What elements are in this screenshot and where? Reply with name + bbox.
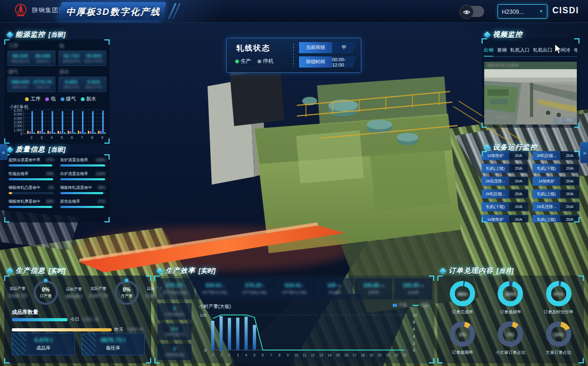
quality-bar-track [60,178,105,180]
chevron-down-icon: ▼ [539,9,543,14]
equipment-label[interactable]: 2#轧区辊... [482,189,509,198]
svg-text:17: 17 [353,353,357,357]
bar-group [57,111,65,134]
efficiency-mini-stats: 8当班块数(块)8.4当班产量(千t)8日累块数(块) [158,303,192,360]
video-tab-2[interactable]: 轧机入口 [510,47,529,54]
video-tab-0[interactable]: 出钢 [484,47,493,54]
video-panel-title: 视频监控 [493,30,523,39]
video-timestamp-overlay: 2023-09-26 11:28:06 [486,63,520,67]
energy-panel-tag: [当班] [48,30,65,39]
bar [54,132,55,134]
energy-value-cell: 52.713单耗(kWh/t) [60,53,82,64]
quality-percent: 97% [46,158,54,162]
energy-panel-title: 能源监控 [15,30,45,39]
production-panel: 实际产量0.045 万t0%日产量目标产量900.00 t实际产量0.447 万… [4,276,151,363]
equipment-label[interactable]: 2#轧区辊... [533,151,560,160]
equipment-label[interactable]: 2#高压除... [482,177,509,186]
efficiency-card-value: 576.23 t [166,282,185,288]
energy-value-cell: 486.040单耗(m3/t) [9,79,31,90]
efficiency-mini-value: 8 [173,306,176,311]
bar [37,131,39,134]
equipment-label[interactable]: 轧机(上辊) [482,164,509,173]
bar [29,131,31,134]
inventory-box-value: 0.476 t [34,337,52,343]
bar [49,131,51,134]
equipment-panel-header: 设备运行监控 [485,143,537,152]
energy-value: 6.652 [60,79,82,85]
quality-item: 探伤合格率97% [60,199,105,208]
equipment-value: 20A [509,202,528,211]
svg-text:0: 0 [413,348,415,352]
quality-bar-track [9,178,54,180]
x-axis-tick: 8 [91,135,93,140]
cctv-still-image [484,62,577,124]
corner-decoration [578,276,584,281]
inventory-box[interactable]: 8876.72 t板坯库 [81,333,145,355]
svg-text:0: 0 [212,353,214,357]
equipment-label[interactable]: 1#加热炉 [533,177,560,186]
inventory-box[interactable]: 0.476 t成品库 [12,333,75,355]
equipment-label[interactable]: 2#高压除... [533,202,560,211]
equipment-label[interactable]: 轧机(上辊) [533,189,560,198]
corner-decoration [429,276,434,281]
x-axis-tick: 9 [101,135,103,140]
inventory-bar-row: 昨天1,809 块 [12,327,145,333]
x-axis-tick: 7 [81,135,83,140]
video-tab-3[interactable]: 轧机出口 [533,47,552,54]
inventory-bar [12,328,112,331]
energy-value: 52.713 [60,53,82,59]
equipment-label[interactable]: 轧机(上辊) [533,215,560,222]
corner-decoration [574,122,579,128]
svg-text:21: 21 [386,353,390,357]
video-tabs: 出钢装钢轧机入口轧机出口中间冷电加热 [484,47,577,57]
collapse-left-tab[interactable]: « [0,144,7,160]
bar [47,131,49,134]
corner-decoration [104,154,110,160]
bar [64,132,65,134]
equipment-label[interactable]: 轧机(下辊) [533,164,560,173]
bar [72,111,73,134]
bar [27,131,29,134]
efficiency-mini-value: 8.4 [171,326,178,331]
target-label: 目标产量 [62,287,86,292]
order-donut: 3%订单超期率 [440,321,485,355]
cisdi-brand-logo: CISDI [552,6,579,15]
efficiency-card-label: 班产实际(大板) [163,290,188,295]
svg-text:6: 6 [413,327,415,331]
collapse-right-tab[interactable]: » [580,142,588,163]
efficiency-card: 634.61 t班产预计(大板) [196,278,234,300]
energy-panel-header: 能源监控 [当班] [7,30,65,39]
quality-bar-fill [9,178,53,180]
video-feed[interactable]: 2023-09-26 11:28:06 轧线 1#相机 [484,62,577,124]
corner-decoration [154,358,160,363]
equipment-label[interactable]: 轧机(下辊) [482,202,509,211]
order-donut-percent: 10% [546,321,572,347]
svg-text:4: 4 [413,335,415,338]
efficiency-card-label: 作业率 [328,290,339,295]
orders-donut-row-2: 3%订单超期率3%小欠量订单占比10%欠量订单占比 [438,321,583,355]
energy-quadrant: 新水6.652单耗(m3/t)0.915总耗(万m3) [59,68,106,92]
corner-decoration [482,122,487,128]
visibility-toggle[interactable] [460,6,484,17]
efficiency-card-label: 日产预计(大板) [282,290,307,295]
efficiency-mini: 8当班块数(块) [158,303,192,320]
hour-bar [211,321,214,350]
bar [78,131,79,134]
video-tab-1[interactable]: 装钢 [497,47,507,54]
energy-quadrant: 煤气486.040单耗(m3/t)2775.76总耗(m3) [7,68,55,92]
line-status-panel: 轧线状态 生产停机 当前班组甲班组时间00:00-12:00 [226,38,361,73]
bar [70,131,71,134]
energy-value: 68.226 [9,53,31,59]
efficiency-card: 106.86 %负荷率 [355,278,393,300]
x-axis-tick: 2 [30,135,32,140]
legend-dot [25,97,29,101]
bar [57,131,59,134]
status-dot [258,60,261,63]
camera-select-dropdown[interactable]: H2309... ▼ [498,4,548,19]
status-rows: 当前班组甲班组时间00:00-12:00 [299,42,357,68]
video-tab-5[interactable]: 电加热 [574,47,577,54]
corner-decoration [4,217,10,222]
quality-bar-fill [9,164,52,167]
equipment-panel: 1#加热炉20A2#轧区辊...20A轧机(上辊)20A轧机(下辊)20A2#高… [482,151,579,222]
energy-quadrant: 工序68.226单耗(kgce/t)39.449总耗(tce) [7,42,55,66]
